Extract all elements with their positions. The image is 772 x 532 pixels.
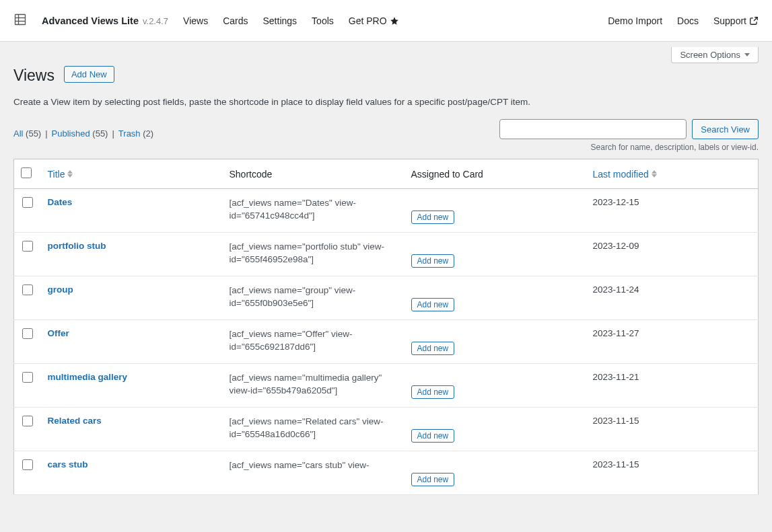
- svg-rect-0: [15, 15, 26, 25]
- row-modified: 2023-12-09: [586, 233, 759, 276]
- caret-down-icon: [744, 53, 750, 56]
- sort-arrows-icon: [67, 170, 73, 178]
- row-title-link[interactable]: cars stub: [48, 459, 88, 469]
- row-add-new-card-button[interactable]: Add new: [411, 298, 455, 311]
- row-checkbox[interactable]: [22, 416, 33, 426]
- table-row: Offer[acf_views name="Offer" view-id="65…: [14, 320, 759, 364]
- row-shortcode: [acf_views name="group" view-id="655f0b9…: [230, 284, 391, 310]
- add-new-button[interactable]: Add New: [64, 66, 114, 83]
- row-title-link[interactable]: Dates: [48, 197, 73, 207]
- nav-tools[interactable]: Tools: [312, 15, 334, 26]
- page-title: Views: [13, 61, 55, 87]
- filter-all[interactable]: All: [13, 128, 23, 139]
- row-title-link[interactable]: Offer: [48, 328, 69, 338]
- row-shortcode: [acf_views name="Dates" view-id="65741c9…: [230, 197, 391, 223]
- support-label: Support: [713, 15, 746, 26]
- search-hint: Search for name, description, labels or …: [499, 143, 759, 152]
- row-title-link[interactable]: multimedia gallery: [48, 372, 128, 382]
- row-add-new-card-button[interactable]: Add new: [411, 342, 455, 355]
- table-row: cars stub[acf_views name="cars stub" vie…: [14, 451, 759, 495]
- page-description: Create a View item by selecting post fie…: [13, 97, 759, 107]
- filter-trash[interactable]: Trash: [118, 128, 141, 139]
- row-add-new-card-button[interactable]: Add new: [411, 254, 455, 268]
- row-modified: 2023-12-15: [586, 189, 759, 233]
- row-checkbox[interactable]: [22, 197, 33, 208]
- row-shortcode: [acf_views name="Related cars" view-id="…: [230, 416, 391, 441]
- col-shortcode: Shortcode: [223, 159, 405, 189]
- row-modified: 2023-11-27: [586, 320, 759, 364]
- screen-options-button[interactable]: Screen Options: [671, 47, 759, 63]
- search-input[interactable]: [499, 119, 687, 139]
- row-checkbox[interactable]: [22, 241, 33, 252]
- row-modified: 2023-11-24: [586, 276, 759, 320]
- status-filters: All (55) | Published (55) | Trash (2): [13, 119, 153, 139]
- select-all-checkbox[interactable]: [21, 167, 32, 178]
- row-title-link[interactable]: Related cars: [48, 416, 102, 426]
- row-title-link[interactable]: group: [48, 284, 73, 295]
- col-modified-sort[interactable]: Last modified: [593, 169, 657, 180]
- screen-options-label: Screen Options: [680, 50, 740, 60]
- app-version: v.2.4.7: [143, 16, 168, 26]
- col-title-sort[interactable]: Title: [48, 169, 73, 180]
- row-add-new-card-button[interactable]: Add new: [411, 211, 455, 224]
- app-name-text: Advanced Views Lite: [42, 15, 139, 26]
- row-add-new-card-button[interactable]: Add new: [411, 385, 455, 399]
- sort-arrows-icon: [652, 170, 657, 178]
- row-checkbox[interactable]: [22, 328, 33, 339]
- row-modified: 2023-11-21: [586, 364, 759, 408]
- nav-views[interactable]: Views: [183, 15, 208, 26]
- nav-settings[interactable]: Settings: [263, 15, 297, 26]
- row-modified: 2023-11-15: [586, 408, 759, 451]
- col-title-label: Title: [48, 169, 65, 180]
- filter-published[interactable]: Published: [52, 128, 90, 139]
- table-row: Dates[acf_views name="Dates" view-id="65…: [14, 189, 759, 233]
- table-row: multimedia gallery[acf_views name="multi…: [14, 364, 759, 408]
- row-shortcode: [acf_views name="portfolio stub" view-id…: [230, 241, 391, 266]
- col-assigned: Assigned to Card: [405, 159, 586, 189]
- filter-published-count: (55): [92, 128, 108, 139]
- table-row: Related cars[acf_views name="Related car…: [14, 408, 759, 451]
- nav-get-pro[interactable]: Get PRO: [349, 15, 399, 26]
- filter-trash-count: (2): [143, 128, 153, 139]
- get-pro-label: Get PRO: [349, 15, 387, 26]
- row-checkbox[interactable]: [22, 372, 33, 383]
- nav-docs[interactable]: Docs: [677, 15, 699, 26]
- row-add-new-card-button[interactable]: Add new: [411, 429, 455, 443]
- app-logo-icon: [13, 13, 27, 28]
- row-checkbox[interactable]: [22, 459, 33, 470]
- app-title: Advanced Views Lite v.2.4.7: [42, 15, 168, 26]
- search-button[interactable]: Search View: [692, 119, 759, 139]
- external-link-icon: [749, 16, 759, 26]
- row-add-new-card-button[interactable]: Add new: [411, 473, 455, 486]
- table-row: portfolio stub[acf_views name="portfolio…: [14, 233, 759, 276]
- row-title-link[interactable]: portfolio stub: [48, 241, 106, 251]
- nav-cards[interactable]: Cards: [223, 15, 248, 26]
- top-toolbar: Advanced Views Lite v.2.4.7 Views Cards …: [0, 0, 772, 42]
- star-icon: [390, 16, 399, 26]
- row-shortcode: [acf_views name="multimedia gallery" vie…: [230, 372, 391, 397]
- row-shortcode: [acf_views name="cars stub" view-: [230, 459, 391, 472]
- nav-support[interactable]: Support: [713, 15, 759, 26]
- row-shortcode: [acf_views name="Offer" view-id="655c692…: [230, 328, 391, 354]
- table-row: group[acf_views name="group" view-id="65…: [14, 276, 759, 320]
- nav-demo-import[interactable]: Demo Import: [608, 15, 662, 26]
- views-table: Title Shortcode Assigned to Card Last mo…: [13, 159, 759, 495]
- row-checkbox[interactable]: [22, 284, 33, 295]
- filter-all-count: (55): [26, 128, 41, 139]
- col-modified-label: Last modified: [593, 169, 649, 180]
- row-modified: 2023-11-15: [586, 451, 759, 495]
